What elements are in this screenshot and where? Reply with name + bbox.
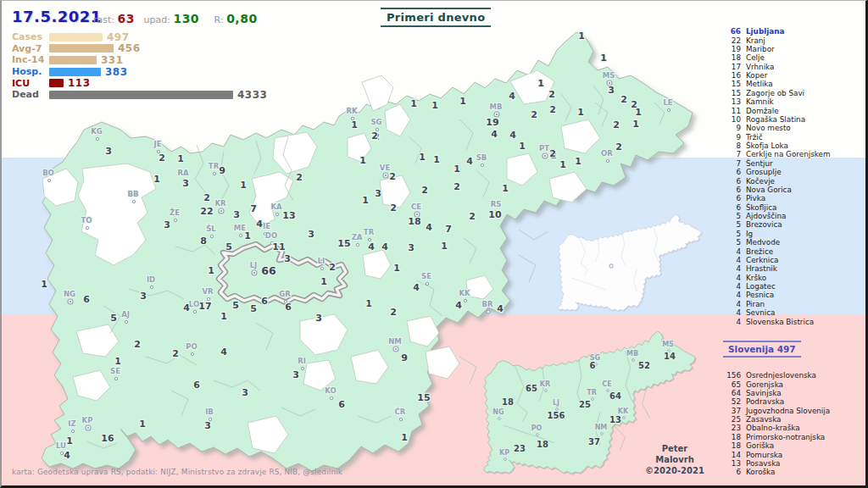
svg-text:5: 5 xyxy=(110,313,117,324)
municipality-row-name: Koper xyxy=(746,71,767,80)
stat-bar-row: Avg-7456 xyxy=(12,43,267,55)
svg-text:6: 6 xyxy=(590,361,596,370)
muni-case-count: 1 xyxy=(502,183,509,194)
municipality-row: 5Ig xyxy=(719,230,865,238)
municipality-row-value: 4 xyxy=(719,256,741,264)
svg-text:64: 64 xyxy=(609,391,621,401)
municipality-row: 15Metlika xyxy=(719,80,865,88)
svg-text:156: 156 xyxy=(548,411,565,420)
muni-case-count: 3 xyxy=(375,188,381,199)
svg-text:13: 13 xyxy=(282,210,295,221)
municipality-row: 4Pesnica xyxy=(719,291,865,299)
svg-text:9: 9 xyxy=(401,352,408,363)
muni-case-count: 2 xyxy=(371,130,378,141)
svg-text:SE: SE xyxy=(421,272,431,280)
region-row-name: Koroška xyxy=(746,468,775,476)
svg-text:KG: KG xyxy=(91,127,103,136)
muni-case-count: 2 xyxy=(203,192,210,203)
svg-text:LJ: LJ xyxy=(250,261,258,269)
municipality-row-name: Vrhnika xyxy=(746,63,774,71)
svg-text:37: 37 xyxy=(588,437,600,446)
muni-case-count: 1 xyxy=(153,174,160,185)
stat-value: 497 xyxy=(107,31,130,43)
svg-text:BR: BR xyxy=(481,300,492,308)
municipality-row-value: 22 xyxy=(719,36,741,45)
municipality-row: 4Krško xyxy=(719,274,865,282)
dashboard: MS14MB52SG6KR65CE64TR25LJ156NG18KK13NM37… xyxy=(0,0,868,488)
region-row: 156Osrednjeslovenska xyxy=(719,371,865,380)
region-row-name: Jugovzhodna Slovenija xyxy=(746,407,830,415)
municipality-row: 10Rogaška Slatina xyxy=(719,115,865,124)
svg-text:4: 4 xyxy=(64,450,70,461)
svg-text:18: 18 xyxy=(502,397,514,407)
muni-case-count: 15 xyxy=(417,392,430,403)
country-total: Slovenija 497 xyxy=(723,341,801,358)
svg-text:8: 8 xyxy=(200,236,207,247)
municipality-row-value: 16 xyxy=(719,71,741,80)
svg-text:22: 22 xyxy=(200,206,213,217)
municipality-row: 9Novo mesto xyxy=(719,124,865,132)
municipality-row: 13Kamnik xyxy=(719,97,865,106)
svg-text:11: 11 xyxy=(272,241,285,252)
svg-text:KR: KR xyxy=(214,199,226,208)
municipality-row: 4Slovenska Bistrica xyxy=(719,317,865,325)
page-title: Primeri dnevno xyxy=(381,8,491,27)
svg-text:MB: MB xyxy=(626,350,638,358)
municipality-row: 6Nova Gorica xyxy=(719,186,865,194)
muni-case-count: 1 xyxy=(577,107,584,118)
municipality-row-value: 6 xyxy=(719,186,741,194)
svg-text:2: 2 xyxy=(159,152,165,164)
svg-text:RS: RS xyxy=(491,200,502,208)
muni-case-count: 6 xyxy=(193,380,200,391)
growth-label: rast: xyxy=(93,14,114,25)
municipality-row: 4Piran xyxy=(719,300,865,308)
muni-case-count: 1 xyxy=(359,155,366,166)
svg-text:ŠL: ŠL xyxy=(206,224,216,233)
svg-text:ZA: ZA xyxy=(352,233,363,241)
svg-text:PT: PT xyxy=(539,144,549,152)
region-row: 14Pomurska xyxy=(719,450,865,458)
region-row: 6Koroška xyxy=(719,468,865,476)
svg-text:4: 4 xyxy=(497,303,504,314)
municipality-row-name: Celje xyxy=(746,53,765,62)
svg-text:NG: NG xyxy=(64,290,75,298)
region-row-name: Podravska xyxy=(746,397,784,406)
region-row-name: Posavska xyxy=(746,459,780,468)
muni-case-count: 3 xyxy=(233,209,240,220)
muni-case-count: 5 xyxy=(250,303,257,314)
muni-case-count: 3 xyxy=(308,229,314,240)
region-row-name: Goriška xyxy=(746,441,774,450)
svg-text:23: 23 xyxy=(514,444,526,453)
svg-text:16: 16 xyxy=(101,433,114,444)
muni-case-count: 4 xyxy=(256,219,263,230)
region-row-name: Osrednjeslovenska xyxy=(746,371,816,380)
municipality-row-value: 13 xyxy=(719,97,741,106)
municipality-row-value: 5 xyxy=(719,238,741,247)
municipality-row-name: Ajdovščina xyxy=(746,212,786,220)
muni-case-count: 4 xyxy=(509,91,515,102)
muni-case-count: 3 xyxy=(315,313,322,324)
municipality-row: 7Šentjur xyxy=(719,159,865,168)
municipality-row: 6Pivka xyxy=(719,194,865,202)
svg-text:4: 4 xyxy=(368,241,375,252)
municipality-row-value: 6 xyxy=(719,168,741,176)
muni-case-count: 6 xyxy=(261,296,268,307)
growth-value: 63 xyxy=(118,12,135,25)
municipality-row-value: 6 xyxy=(719,177,741,186)
muni-case-count: 4 xyxy=(491,129,498,140)
region-row-value: 18 xyxy=(719,441,741,450)
svg-text:PO: PO xyxy=(531,424,542,432)
municipality-row: 16Koper xyxy=(719,71,865,80)
r-label: R: xyxy=(214,14,224,25)
svg-text:4: 4 xyxy=(183,302,190,313)
region-row-name: Pomurska xyxy=(746,451,782,459)
muni-case-count: 5 xyxy=(232,300,239,311)
stat-bar-row: Cases497 xyxy=(12,31,267,43)
municipality-row-value: 4 xyxy=(719,300,741,308)
muni-case-count: 1 xyxy=(208,265,214,276)
municipality-row-name: Cerknica xyxy=(746,256,779,264)
municipality-row: 19Maribor xyxy=(719,45,865,53)
svg-text:52: 52 xyxy=(638,361,650,370)
region-row-value: 156 xyxy=(719,371,741,380)
muni-case-count: 2 xyxy=(549,104,556,115)
